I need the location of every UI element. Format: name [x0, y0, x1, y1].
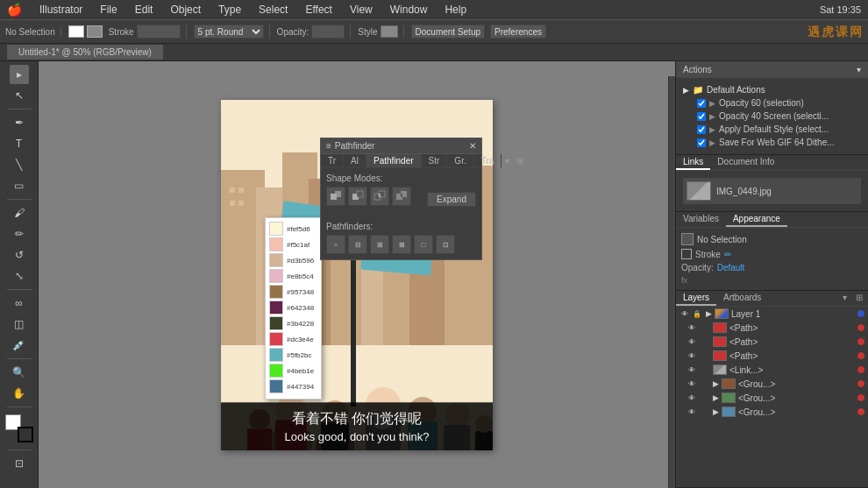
- pathfinder-tab-gr[interactable]: Gr.: [447, 154, 473, 167]
- actions-collapse-icon[interactable]: ▾: [857, 65, 861, 74]
- divide-icon[interactable]: ÷: [326, 235, 345, 254]
- fx-icon[interactable]: fx: [681, 276, 687, 285]
- palette-color-row[interactable]: #fef5d6: [269, 222, 317, 236]
- rotate-tool[interactable]: ↺: [10, 245, 29, 265]
- fill-indicator[interactable]: [68, 25, 84, 38]
- action-check-1[interactable]: [697, 112, 706, 121]
- screen-mode-tool[interactable]: ⊡: [10, 454, 29, 473]
- outline-icon[interactable]: □: [414, 235, 433, 254]
- palette-color-row[interactable]: #dc3e4e: [269, 332, 317, 346]
- merge-icon[interactable]: ⊞: [370, 235, 389, 254]
- canvas-area[interactable]: 看着不错 你们觉得呢 Looks good, don't you think? …: [39, 61, 675, 488]
- stroke-app-row[interactable]: Stroke ✏: [681, 247, 863, 261]
- palette-color-row[interactable]: #957348: [269, 285, 317, 299]
- action-play-icon-0[interactable]: ▶: [709, 99, 715, 108]
- group-3-dot[interactable]: [857, 408, 864, 415]
- pathfinder-close[interactable]: ✕: [469, 141, 476, 151]
- path-1-dot[interactable]: [857, 324, 864, 331]
- action-play-icon-2[interactable]: ▶: [709, 125, 715, 134]
- palette-swatch[interactable]: [269, 222, 283, 236]
- links-tab[interactable]: Links: [676, 155, 710, 170]
- palette-color-row[interactable]: #3b4228: [269, 316, 317, 330]
- pathfinder-tab-al[interactable]: Al: [344, 154, 366, 167]
- menu-view[interactable]: View: [346, 4, 376, 16]
- link-item-0[interactable]: IMG_0449.jpg: [683, 178, 861, 204]
- preferences-button[interactable]: Preferences: [490, 25, 546, 39]
- path-1-eye[interactable]: 👁: [687, 322, 697, 333]
- variables-tab[interactable]: Variables: [676, 212, 726, 227]
- panel-drag-handle[interactable]: ≡: [326, 141, 331, 151]
- pen-tool[interactable]: ✒: [10, 113, 29, 132]
- layer-1-expand[interactable]: ▶: [706, 309, 712, 318]
- action-item-2[interactable]: ▶ Apply Default Style (select...: [697, 123, 861, 136]
- document-setup-button[interactable]: Document Setup: [411, 25, 486, 39]
- palette-swatch[interactable]: [269, 316, 283, 330]
- gradient-tool[interactable]: ◫: [10, 315, 29, 334]
- group-3-eye[interactable]: 👁: [687, 407, 697, 417]
- appearance-tab[interactable]: Appearance: [726, 212, 787, 227]
- pencil-tool[interactable]: ✏: [10, 224, 29, 244]
- menu-help[interactable]: Help: [441, 4, 470, 16]
- layer-1[interactable]: 👁 🔒 ▶ Layer 1: [676, 307, 868, 321]
- palette-color-row[interactable]: #d3b596: [269, 253, 317, 267]
- action-item-0[interactable]: ▶ Opacity 60 (selection): [697, 96, 861, 110]
- layer-group-2[interactable]: 👁 ▶ <Grou...>: [676, 391, 868, 405]
- pathfinder-panel-header[interactable]: ≡ Pathfinder ✕: [321, 138, 481, 154]
- group-2-eye[interactable]: 👁: [687, 393, 697, 403]
- unite-icon[interactable]: [326, 187, 345, 206]
- blend-tool[interactable]: ∞: [10, 294, 29, 313]
- layer-1-dot[interactable]: [857, 310, 864, 317]
- group-3-expand[interactable]: ▶: [713, 407, 719, 416]
- link-eye[interactable]: 👁: [687, 364, 697, 375]
- type-tool[interactable]: T: [10, 134, 29, 153]
- group-1-eye[interactable]: 👁: [687, 378, 697, 389]
- minus-front-icon[interactable]: [348, 187, 367, 206]
- apple-menu[interactable]: 🍎: [7, 3, 22, 17]
- group-1-expand[interactable]: ▶: [713, 379, 719, 388]
- document-tab[interactable]: Untitled-1* @ 50% (RGB/Preview): [7, 45, 163, 60]
- palette-swatch[interactable]: [269, 301, 283, 315]
- hand-tool[interactable]: ✋: [10, 384, 29, 403]
- layers-add[interactable]: ⊞: [850, 291, 868, 306]
- layers-options[interactable]: ▾: [839, 291, 850, 306]
- eyedropper-tool[interactable]: 💉: [10, 336, 29, 355]
- scale-tool[interactable]: ⤡: [10, 266, 29, 286]
- palette-swatch[interactable]: [269, 285, 283, 299]
- artboards-tab[interactable]: Artboards: [716, 291, 768, 306]
- action-item-1[interactable]: ▶ Opacity 40 Screen (selecti...: [697, 110, 861, 123]
- menu-file[interactable]: File: [96, 4, 120, 16]
- stroke-edit-icon[interactable]: ✏: [724, 250, 731, 259]
- path-2-eye[interactable]: 👁: [687, 336, 697, 347]
- group-2-dot[interactable]: [857, 394, 864, 401]
- shape-tool[interactable]: ▭: [10, 176, 29, 195]
- stroke-value-input[interactable]: [137, 25, 181, 39]
- action-check-2[interactable]: [697, 125, 706, 134]
- menu-effect[interactable]: Effect: [302, 4, 335, 16]
- menu-illustrator[interactable]: Illustrator: [36, 4, 86, 16]
- action-item-3[interactable]: ▶ Save For Web GIF 64 Dithe...: [697, 136, 861, 149]
- zoom-tool[interactable]: 🔍: [10, 363, 29, 382]
- stroke-box[interactable]: [18, 427, 33, 442]
- intersect-icon[interactable]: [370, 187, 389, 206]
- layer-group-3[interactable]: 👁 ▶ <Grou...>: [676, 405, 868, 419]
- palette-color-row[interactable]: #5fb2bc: [269, 348, 317, 362]
- path-3-dot[interactable]: [857, 352, 864, 359]
- group-2-expand[interactable]: ▶: [713, 393, 719, 402]
- fx-row[interactable]: fx: [681, 274, 863, 286]
- color-palette-panel[interactable]: #fef5d6 #f5c1af #d3b596 #e8b5c4 #957348 …: [265, 217, 322, 400]
- menu-edit[interactable]: Edit: [132, 4, 157, 16]
- palette-swatch[interactable]: [269, 269, 283, 283]
- line-tool[interactable]: ╲: [10, 155, 29, 174]
- layer-path-3[interactable]: 👁 <Path>: [676, 349, 868, 363]
- pathfinder-tab-tra[interactable]: Tra: [474, 154, 502, 167]
- layer-1-lock[interactable]: 🔒: [693, 310, 703, 318]
- palette-swatch[interactable]: [269, 348, 283, 362]
- action-check-0[interactable]: [697, 99, 706, 108]
- fill-stroke-widget[interactable]: [5, 414, 33, 442]
- palette-swatch[interactable]: [269, 364, 283, 378]
- palette-color-row[interactable]: #f5c1af: [269, 237, 317, 251]
- default-actions-folder[interactable]: ▶ 📁 Default Actions: [683, 83, 861, 96]
- palette-color-row[interactable]: #642348: [269, 301, 317, 315]
- menu-select[interactable]: Select: [255, 4, 291, 16]
- actions-header[interactable]: Actions ▾: [676, 61, 868, 78]
